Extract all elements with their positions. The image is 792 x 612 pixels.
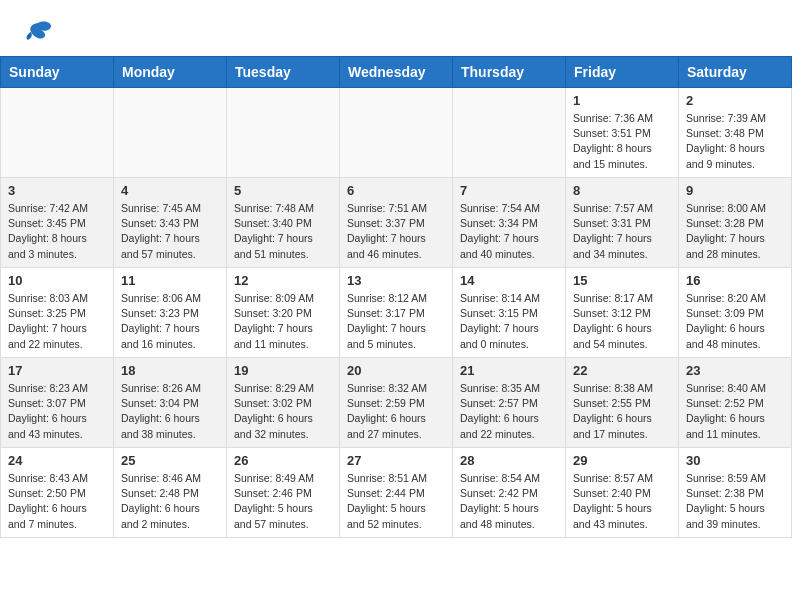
day-number: 23 (686, 363, 784, 378)
day-number: 5 (234, 183, 332, 198)
day-number: 20 (347, 363, 445, 378)
day-info: Sunrise: 8:00 AM Sunset: 3:28 PM Dayligh… (686, 201, 784, 262)
calendar-cell: 19Sunrise: 8:29 AM Sunset: 3:02 PM Dayli… (227, 358, 340, 448)
calendar-table: SundayMondayTuesdayWednesdayThursdayFrid… (0, 56, 792, 538)
day-number: 3 (8, 183, 106, 198)
day-info: Sunrise: 7:39 AM Sunset: 3:48 PM Dayligh… (686, 111, 784, 172)
calendar-cell: 25Sunrise: 8:46 AM Sunset: 2:48 PM Dayli… (114, 448, 227, 538)
calendar-header-saturday: Saturday (679, 57, 792, 88)
day-number: 17 (8, 363, 106, 378)
calendar-week-row: 3Sunrise: 7:42 AM Sunset: 3:45 PM Daylig… (1, 178, 792, 268)
day-number: 16 (686, 273, 784, 288)
calendar-cell: 27Sunrise: 8:51 AM Sunset: 2:44 PM Dayli… (340, 448, 453, 538)
calendar-cell (340, 88, 453, 178)
calendar-cell: 6Sunrise: 7:51 AM Sunset: 3:37 PM Daylig… (340, 178, 453, 268)
calendar-header-row: SundayMondayTuesdayWednesdayThursdayFrid… (1, 57, 792, 88)
day-number: 24 (8, 453, 106, 468)
day-info: Sunrise: 8:54 AM Sunset: 2:42 PM Dayligh… (460, 471, 558, 532)
calendar-week-row: 17Sunrise: 8:23 AM Sunset: 3:07 PM Dayli… (1, 358, 792, 448)
calendar-cell: 15Sunrise: 8:17 AM Sunset: 3:12 PM Dayli… (566, 268, 679, 358)
day-number: 7 (460, 183, 558, 198)
calendar-cell: 10Sunrise: 8:03 AM Sunset: 3:25 PM Dayli… (1, 268, 114, 358)
day-number: 14 (460, 273, 558, 288)
calendar-cell: 17Sunrise: 8:23 AM Sunset: 3:07 PM Dayli… (1, 358, 114, 448)
calendar-header-tuesday: Tuesday (227, 57, 340, 88)
calendar-cell: 23Sunrise: 8:40 AM Sunset: 2:52 PM Dayli… (679, 358, 792, 448)
day-number: 2 (686, 93, 784, 108)
calendar-header-friday: Friday (566, 57, 679, 88)
day-info: Sunrise: 8:43 AM Sunset: 2:50 PM Dayligh… (8, 471, 106, 532)
calendar-week-row: 24Sunrise: 8:43 AM Sunset: 2:50 PM Dayli… (1, 448, 792, 538)
day-number: 22 (573, 363, 671, 378)
day-info: Sunrise: 8:17 AM Sunset: 3:12 PM Dayligh… (573, 291, 671, 352)
calendar-cell: 7Sunrise: 7:54 AM Sunset: 3:34 PM Daylig… (453, 178, 566, 268)
logo (20, 18, 53, 46)
calendar-cell: 13Sunrise: 8:12 AM Sunset: 3:17 PM Dayli… (340, 268, 453, 358)
day-number: 1 (573, 93, 671, 108)
calendar-cell: 4Sunrise: 7:45 AM Sunset: 3:43 PM Daylig… (114, 178, 227, 268)
calendar-cell: 22Sunrise: 8:38 AM Sunset: 2:55 PM Dayli… (566, 358, 679, 448)
calendar-cell: 20Sunrise: 8:32 AM Sunset: 2:59 PM Dayli… (340, 358, 453, 448)
day-info: Sunrise: 8:06 AM Sunset: 3:23 PM Dayligh… (121, 291, 219, 352)
calendar-cell: 24Sunrise: 8:43 AM Sunset: 2:50 PM Dayli… (1, 448, 114, 538)
day-info: Sunrise: 8:20 AM Sunset: 3:09 PM Dayligh… (686, 291, 784, 352)
day-info: Sunrise: 8:23 AM Sunset: 3:07 PM Dayligh… (8, 381, 106, 442)
calendar-cell: 2Sunrise: 7:39 AM Sunset: 3:48 PM Daylig… (679, 88, 792, 178)
day-info: Sunrise: 8:59 AM Sunset: 2:38 PM Dayligh… (686, 471, 784, 532)
day-info: Sunrise: 8:38 AM Sunset: 2:55 PM Dayligh… (573, 381, 671, 442)
day-info: Sunrise: 8:26 AM Sunset: 3:04 PM Dayligh… (121, 381, 219, 442)
calendar-cell: 16Sunrise: 8:20 AM Sunset: 3:09 PM Dayli… (679, 268, 792, 358)
calendar-cell (453, 88, 566, 178)
calendar-cell: 8Sunrise: 7:57 AM Sunset: 3:31 PM Daylig… (566, 178, 679, 268)
day-info: Sunrise: 8:35 AM Sunset: 2:57 PM Dayligh… (460, 381, 558, 442)
day-number: 13 (347, 273, 445, 288)
day-info: Sunrise: 8:49 AM Sunset: 2:46 PM Dayligh… (234, 471, 332, 532)
calendar-header-sunday: Sunday (1, 57, 114, 88)
day-number: 18 (121, 363, 219, 378)
calendar-cell: 9Sunrise: 8:00 AM Sunset: 3:28 PM Daylig… (679, 178, 792, 268)
day-info: Sunrise: 7:57 AM Sunset: 3:31 PM Dayligh… (573, 201, 671, 262)
logo-bird-icon (23, 18, 53, 46)
day-number: 30 (686, 453, 784, 468)
day-info: Sunrise: 8:12 AM Sunset: 3:17 PM Dayligh… (347, 291, 445, 352)
day-info: Sunrise: 7:51 AM Sunset: 3:37 PM Dayligh… (347, 201, 445, 262)
day-info: Sunrise: 8:51 AM Sunset: 2:44 PM Dayligh… (347, 471, 445, 532)
day-info: Sunrise: 8:57 AM Sunset: 2:40 PM Dayligh… (573, 471, 671, 532)
day-info: Sunrise: 8:32 AM Sunset: 2:59 PM Dayligh… (347, 381, 445, 442)
calendar-cell: 18Sunrise: 8:26 AM Sunset: 3:04 PM Dayli… (114, 358, 227, 448)
calendar-header-wednesday: Wednesday (340, 57, 453, 88)
calendar-cell: 14Sunrise: 8:14 AM Sunset: 3:15 PM Dayli… (453, 268, 566, 358)
calendar-cell: 11Sunrise: 8:06 AM Sunset: 3:23 PM Dayli… (114, 268, 227, 358)
calendar-cell: 1Sunrise: 7:36 AM Sunset: 3:51 PM Daylig… (566, 88, 679, 178)
day-number: 9 (686, 183, 784, 198)
day-number: 4 (121, 183, 219, 198)
day-info: Sunrise: 8:40 AM Sunset: 2:52 PM Dayligh… (686, 381, 784, 442)
calendar-header-thursday: Thursday (453, 57, 566, 88)
day-info: Sunrise: 8:14 AM Sunset: 3:15 PM Dayligh… (460, 291, 558, 352)
day-number: 15 (573, 273, 671, 288)
day-info: Sunrise: 8:03 AM Sunset: 3:25 PM Dayligh… (8, 291, 106, 352)
day-number: 8 (573, 183, 671, 198)
calendar-cell (114, 88, 227, 178)
day-number: 12 (234, 273, 332, 288)
day-info: Sunrise: 8:46 AM Sunset: 2:48 PM Dayligh… (121, 471, 219, 532)
day-info: Sunrise: 7:54 AM Sunset: 3:34 PM Dayligh… (460, 201, 558, 262)
day-number: 21 (460, 363, 558, 378)
day-number: 11 (121, 273, 219, 288)
calendar-week-row: 10Sunrise: 8:03 AM Sunset: 3:25 PM Dayli… (1, 268, 792, 358)
calendar-cell (1, 88, 114, 178)
calendar-cell: 29Sunrise: 8:57 AM Sunset: 2:40 PM Dayli… (566, 448, 679, 538)
day-number: 25 (121, 453, 219, 468)
day-number: 19 (234, 363, 332, 378)
day-info: Sunrise: 7:36 AM Sunset: 3:51 PM Dayligh… (573, 111, 671, 172)
day-info: Sunrise: 8:29 AM Sunset: 3:02 PM Dayligh… (234, 381, 332, 442)
day-number: 10 (8, 273, 106, 288)
calendar-cell: 26Sunrise: 8:49 AM Sunset: 2:46 PM Dayli… (227, 448, 340, 538)
day-number: 27 (347, 453, 445, 468)
day-info: Sunrise: 8:09 AM Sunset: 3:20 PM Dayligh… (234, 291, 332, 352)
day-number: 6 (347, 183, 445, 198)
calendar-cell: 28Sunrise: 8:54 AM Sunset: 2:42 PM Dayli… (453, 448, 566, 538)
calendar-cell: 3Sunrise: 7:42 AM Sunset: 3:45 PM Daylig… (1, 178, 114, 268)
calendar-cell: 21Sunrise: 8:35 AM Sunset: 2:57 PM Dayli… (453, 358, 566, 448)
day-number: 28 (460, 453, 558, 468)
